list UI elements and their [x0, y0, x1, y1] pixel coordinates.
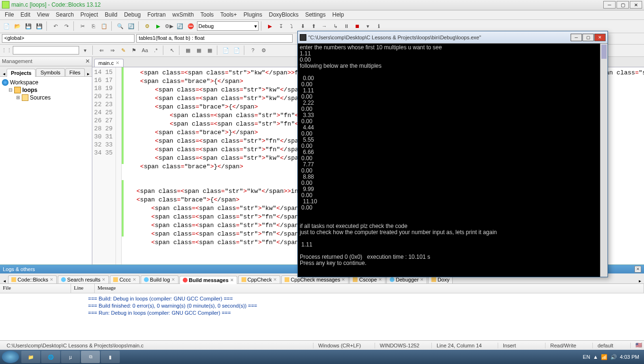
info-icon[interactable]: ℹ — [374, 21, 384, 31]
tray-time[interactable]: 4:03 PM — [620, 354, 639, 360]
console-maximize-button[interactable]: ▢ — [582, 34, 594, 41]
config-icon[interactable]: ⚙ — [259, 46, 268, 55]
find-icon[interactable]: 🔍 — [116, 21, 125, 31]
menu-debug[interactable]: Debug — [121, 10, 143, 19]
replace-icon[interactable]: 🔄 — [126, 21, 136, 31]
close-button[interactable]: ✕ — [630, 1, 642, 9]
menu-wxsmith[interactable]: wxSmith — [170, 10, 197, 19]
close-icon[interactable]: ✕ — [341, 277, 345, 282]
break-icon[interactable]: ⏸ — [341, 21, 351, 31]
close-icon[interactable]: ✕ — [133, 277, 136, 282]
project-tree[interactable]: Workspace ⊟ loops ⊞ Sources — [0, 77, 92, 265]
stop-debug-icon[interactable]: ⏹ — [352, 21, 362, 31]
logs-close-icon[interactable]: ✕ — [635, 266, 641, 273]
mgmt-tab-nav-left[interactable]: ◂ — [1, 71, 7, 76]
menu-edit[interactable]: Edit — [18, 10, 33, 19]
menu-search[interactable]: Search — [53, 10, 77, 19]
taskbar-app-chrome[interactable]: 🌐 — [41, 351, 60, 363]
collapse-icon[interactable]: ⊟ — [8, 87, 13, 92]
help-icon[interactable]: ? — [248, 46, 258, 55]
tab-projects[interactable]: Projects — [7, 69, 36, 77]
close-icon[interactable]: ✕ — [230, 278, 234, 282]
menu-build[interactable]: Build — [102, 10, 120, 19]
close-icon[interactable]: ✕ — [273, 277, 277, 282]
close-icon[interactable]: ✕ — [378, 277, 382, 282]
regex-icon[interactable]: .* — [151, 46, 161, 55]
step-into-icon[interactable]: ⬇ — [298, 21, 307, 31]
taskbar-app-utorrent[interactable]: µ — [61, 351, 80, 363]
logtab-cccc[interactable]: Cccc✕ — [110, 275, 139, 283]
back-icon[interactable]: ⇐ — [97, 46, 106, 55]
tree-project[interactable]: ⊟ loops — [2, 86, 90, 94]
tray-volume-icon[interactable]: 🔊 — [610, 354, 617, 360]
save-icon[interactable]: 💾 — [24, 21, 33, 31]
close-icon[interactable]: ✕ — [171, 277, 175, 282]
undo-icon[interactable]: ↶ — [51, 21, 60, 31]
save-all-icon[interactable]: 💾 — [35, 21, 44, 31]
function-combo[interactable]: tables1(float a, float b) : float — [136, 34, 293, 43]
logtab-cppcheck[interactable]: CppCheck✕ — [238, 275, 280, 283]
build-run-icon[interactable]: ⚙▶ — [164, 21, 174, 31]
text-icon[interactable]: Aa — [140, 46, 150, 55]
minimize-button[interactable]: ─ — [603, 1, 616, 9]
doxy1-icon[interactable]: ▦ — [183, 46, 193, 55]
console-close-button[interactable]: ✕ — [594, 34, 606, 41]
cut-icon[interactable]: ✂ — [78, 21, 87, 31]
build-icon[interactable]: ⚙ — [143, 21, 152, 31]
windows-taskbar[interactable]: 📁 🌐 µ ⧉ ▮ EN ▲ 📶 🔊 4:03 PM — [0, 350, 644, 364]
run-to-cursor-icon[interactable]: ↧ — [276, 21, 286, 31]
taskbar-app-console[interactable]: ▮ — [101, 351, 120, 363]
mgmt-tab-nav-right[interactable]: ▸ — [85, 71, 92, 76]
close-icon[interactable]: ✕ — [420, 277, 424, 282]
tab-symbols[interactable]: Symbols — [36, 68, 64, 76]
console-window[interactable]: "C:\Users\comp\Desktop\C Lessons & Proje… — [297, 31, 608, 277]
bookmark-icon[interactable]: ⚑ — [129, 46, 139, 55]
logtab-codeblocks[interactable]: Code::Blocks✕ — [8, 275, 57, 283]
system-tray[interactable]: EN ▲ 📶 🔊 4:03 PM — [580, 354, 642, 360]
console-minimize-button[interactable]: ─ — [571, 34, 582, 41]
logtab-buildmessages[interactable]: Build messages✕ — [179, 276, 237, 284]
menu-toolsplus[interactable]: Tools+ — [217, 10, 240, 19]
tree-workspace[interactable]: Workspace — [2, 79, 90, 86]
new-file-icon[interactable]: 📄 — [2, 21, 11, 31]
logtab-buildlog[interactable]: Build log✕ — [141, 275, 179, 283]
doc2-icon[interactable]: 📄 — [232, 46, 242, 55]
redo-icon[interactable]: ↷ — [62, 21, 71, 31]
debug-run-icon[interactable]: ▶ — [265, 21, 275, 31]
management-close-icon[interactable]: ✕ — [85, 58, 90, 64]
step-instr-icon[interactable]: ↳ — [331, 21, 340, 31]
menu-help[interactable]: Help — [330, 10, 347, 19]
col-file[interactable]: File — [0, 284, 71, 293]
expand-icon[interactable]: ⊞ — [15, 95, 20, 100]
menu-view[interactable]: View — [34, 10, 52, 19]
tab-files[interactable]: Files — [65, 68, 85, 76]
maximize-button[interactable]: ▢ — [617, 1, 629, 9]
menu-settings[interactable]: Settings — [302, 10, 328, 19]
console-output[interactable]: enter the numbers whose first 10 multipl… — [298, 44, 608, 277]
close-icon[interactable]: ✕ — [50, 277, 54, 282]
tray-network-icon[interactable]: 📶 — [601, 354, 608, 360]
menu-project[interactable]: Project — [78, 10, 101, 19]
logs-nav-left[interactable]: ◂ — [1, 278, 8, 283]
fold-column[interactable] — [116, 67, 122, 265]
tray-lang[interactable]: EN — [583, 354, 590, 360]
tray-flag-icon[interactable]: ▲ — [593, 354, 598, 360]
paste-icon[interactable]: 📋 — [99, 21, 109, 31]
doxy2-icon[interactable]: ▦ — [194, 46, 204, 55]
taskbar-app-codeblocks[interactable]: ⧉ — [81, 351, 100, 363]
next-line-icon[interactable]: ⤵ — [287, 21, 296, 31]
taskbar-app-explorer[interactable]: 📁 — [21, 351, 40, 363]
forward-icon[interactable]: ⇒ — [107, 46, 117, 55]
doxy3-icon[interactable]: ▦ — [205, 46, 215, 55]
menu-file[interactable]: File — [2, 10, 17, 19]
quick-search-input[interactable] — [13, 46, 79, 55]
console-scrollbar[interactable] — [600, 44, 608, 277]
step-out-icon[interactable]: ⬆ — [309, 21, 318, 31]
menu-fortran[interactable]: Fortran — [144, 10, 169, 19]
logs-nav-right[interactable]: ▸ — [636, 278, 643, 283]
tree-sources[interactable]: ⊞ Sources — [2, 94, 90, 101]
start-button[interactable] — [2, 351, 19, 363]
build-target-combo[interactable]: Debug ▾ — [197, 21, 259, 31]
scope-combo[interactable]: <global> — [2, 34, 134, 43]
doc1-icon[interactable]: 📄 — [221, 46, 231, 55]
